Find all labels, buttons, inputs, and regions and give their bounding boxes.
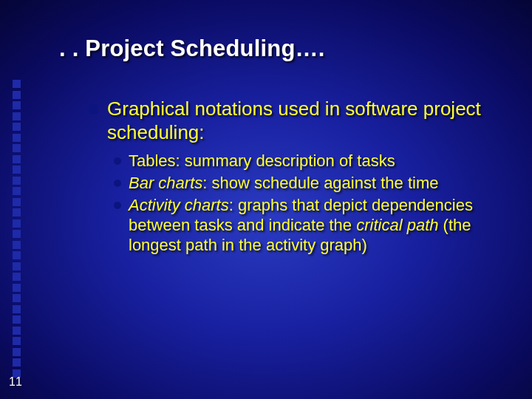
round-bullet-icon [114, 202, 121, 209]
deco-square [13, 348, 21, 356]
deco-square [13, 177, 21, 185]
emphasis: Activity charts [129, 196, 229, 214]
sub-bullets: Tables: summary description of tasks Bar… [114, 151, 502, 255]
deco-square [13, 144, 21, 152]
bullet-text: Activity charts: graphs that depict depe… [129, 196, 502, 255]
deco-square [13, 101, 21, 109]
bullet-level-2: Activity charts: graphs that depict depe… [114, 196, 502, 255]
deco-square [13, 155, 21, 163]
bullet-level-2: Bar charts: show schedule against the ti… [114, 174, 502, 194]
deco-square [13, 230, 21, 238]
slide: . . Project Scheduling…. Graphical notat… [0, 0, 532, 399]
emphasis: Bar charts [129, 174, 202, 192]
deco-square [13, 251, 21, 259]
left-square-strip [13, 80, 21, 378]
deco-square [13, 166, 21, 174]
deco-square [13, 219, 21, 228]
round-bullet-icon [114, 180, 121, 187]
round-bullet-icon [114, 157, 121, 165]
plain-span: : show schedule against the time [202, 174, 438, 192]
deco-square [13, 327, 21, 335]
emphasis: critical path [356, 216, 438, 234]
deco-square [13, 241, 21, 249]
deco-square [13, 208, 21, 216]
bullet-text: Bar charts: show schedule against the ti… [129, 174, 438, 194]
slide-title: . . Project Scheduling…. [59, 35, 325, 62]
deco-square [13, 91, 21, 99]
deco-square [13, 187, 21, 195]
deco-square [13, 262, 21, 270]
bullet-text: Graphical notations used in software pro… [107, 98, 502, 144]
bullet-text: Tables: summary description of tasks [129, 151, 395, 171]
deco-square [13, 305, 21, 313]
deco-square [13, 337, 21, 345]
deco-square [13, 273, 21, 281]
page-number: 11 [9, 375, 22, 389]
deco-square [13, 134, 21, 142]
deco-square [13, 358, 21, 366]
deco-square [13, 123, 21, 131]
bullet-level-2: Tables: summary description of tasks [114, 151, 502, 171]
deco-square [13, 284, 21, 292]
deco-square [13, 198, 21, 206]
slide-content: Graphical notations used in software pro… [89, 98, 502, 258]
deco-square [13, 316, 21, 324]
deco-square [13, 112, 21, 120]
square-bullet-icon [89, 104, 98, 114]
deco-square [13, 80, 21, 88]
deco-square [13, 294, 21, 302]
bullet-level-1: Graphical notations used in software pro… [89, 98, 502, 144]
